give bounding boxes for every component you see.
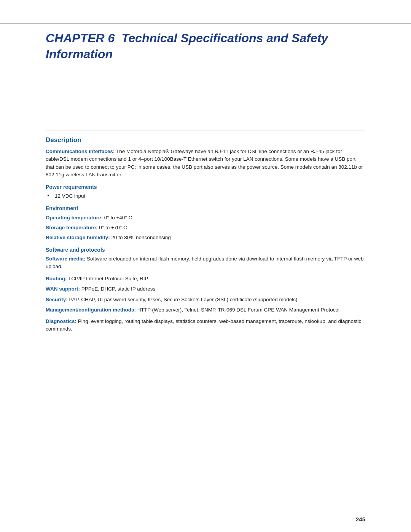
diagnostics-text: Ping, event logging, routing table displ…: [46, 318, 361, 332]
page-number: 245: [356, 516, 365, 522]
communications-interfaces-label: Communications interfaces:: [46, 149, 115, 154]
security-text: PAP, CHAP, UI password security, IPsec, …: [68, 297, 298, 302]
relative-humidity-value: 20 to 80% noncondensing: [110, 235, 171, 240]
operating-temp-label: Operating temperature:: [46, 215, 103, 220]
top-border: [0, 23, 411, 24]
mgmt-config-text: HTTP (Web server), Telnet, SNMP, TR-069 …: [136, 307, 339, 313]
mgmt-config-label: Management/configuration methods:: [46, 307, 136, 313]
diagnostics-label: Diagnostics:: [46, 318, 76, 324]
chapter-title: CHAPTER 6 Technical Specifications and S…: [46, 30, 365, 62]
power-requirements-heading: Power requirements: [46, 184, 365, 190]
wan-support-label: WAN support:: [46, 286, 80, 292]
wan-support-line: WAN support: PPPoE, DHCP, static IP addr…: [46, 285, 365, 293]
description-section: Description Communications interfaces: T…: [46, 131, 365, 333]
mgmt-config-paragraph: Management/configuration methods: HTTP (…: [46, 306, 365, 314]
storage-temp-label: Storage temperature:: [46, 225, 98, 230]
environment-section: Environment Operating temperature: 0° to…: [46, 205, 365, 241]
page-container: CHAPTER 6 Technical Specifications and S…: [0, 0, 411, 532]
chapter-header: CHAPTER 6 Technical Specifications and S…: [46, 30, 365, 62]
software-media-paragraph: Software media: Software preloaded on in…: [46, 255, 365, 271]
environment-heading: Environment: [46, 205, 365, 211]
communications-interfaces-paragraph: Communications interfaces: The Motorola …: [46, 148, 365, 179]
security-line: Security: PAP, CHAP, UI password securit…: [46, 296, 365, 304]
description-heading: Description: [46, 136, 365, 144]
storage-temp-line: Storage temperature: 0° to +70° C: [46, 224, 365, 232]
chapter-label: CHAPTER 6: [46, 31, 115, 45]
routing-label: Routing:: [46, 276, 67, 281]
diagnostics-paragraph: Diagnostics: Ping, event logging, routin…: [46, 318, 365, 333]
content-area: CHAPTER 6 Technical Specifications and S…: [0, 0, 411, 370]
routing-text: TCP/IP Internet Protocol Suite, RIP: [67, 276, 148, 281]
software-media-text: Software preloaded on internal flash mem…: [46, 256, 363, 269]
relative-humidity-line: Relative storage humidity: 20 to 80% non…: [46, 233, 365, 242]
software-protocols-section: Software and protocols Software media: S…: [46, 247, 365, 333]
relative-humidity-label: Relative storage humidity:: [46, 235, 110, 240]
software-protocols-heading: Software and protocols: [46, 247, 365, 253]
software-media-label: Software media:: [46, 256, 85, 262]
bottom-border: [0, 509, 411, 510]
wan-support-text: PPPoE, DHCP, static IP address: [80, 286, 155, 292]
security-label: Security:: [46, 297, 68, 302]
storage-temp-value: 0° to +70° C: [98, 225, 127, 230]
operating-temp-value: 0° to +40° C: [103, 215, 132, 220]
operating-temp-line: Operating temperature: 0° to +40° C: [46, 214, 365, 222]
power-bullet-item: 12 VDC input: [46, 192, 365, 200]
routing-line: Routing: TCP/IP Internet Protocol Suite,…: [46, 275, 365, 283]
power-bullet-list: 12 VDC input: [46, 192, 365, 200]
